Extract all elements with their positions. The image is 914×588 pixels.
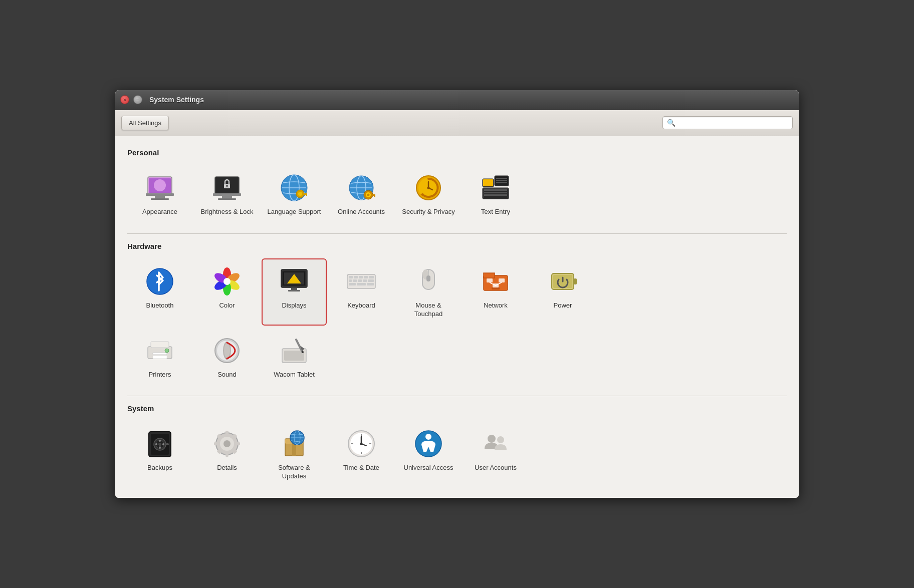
svg-point-32	[427, 186, 430, 189]
svg-rect-69	[353, 279, 357, 282]
user-accounts-label: User Accounts	[475, 464, 517, 472]
details-item[interactable]: Details	[194, 421, 260, 488]
power-label: Power	[554, 302, 572, 310]
svg-rect-37	[496, 178, 507, 179]
color-item[interactable]: Color	[194, 258, 260, 326]
svg-rect-43	[484, 192, 507, 193]
online-accounts-item[interactable]: Online Accounts	[329, 165, 394, 223]
network-icon	[480, 265, 512, 298]
all-settings-button[interactable]: All Settings	[121, 116, 169, 130]
svg-rect-92	[151, 342, 169, 348]
search-input[interactable]	[678, 119, 788, 127]
printers-item[interactable]: Printers	[127, 328, 192, 386]
svg-rect-64	[354, 276, 358, 278]
bluetooth-icon	[144, 265, 176, 298]
svg-rect-65	[359, 276, 363, 278]
security-privacy-item[interactable]: Security & Privacy	[396, 165, 461, 223]
hardware-icons-grid-2: Printers	[127, 328, 787, 386]
svg-point-53	[223, 278, 231, 285]
wacom-tablet-item[interactable]: Wacom Tablet	[262, 328, 327, 386]
svg-point-109	[159, 440, 161, 442]
svg-rect-94	[153, 356, 167, 359]
svg-rect-74	[357, 283, 366, 285]
brightness-lock-item[interactable]: Brightness & Lock	[194, 165, 260, 223]
printers-label: Printers	[149, 371, 171, 379]
svg-rect-18	[306, 193, 307, 196]
svg-rect-121	[214, 442, 219, 445]
svg-point-118	[223, 440, 231, 447]
svg-point-24	[367, 193, 370, 196]
svg-rect-70	[358, 279, 362, 282]
svg-rect-72	[368, 279, 374, 282]
sound-icon	[211, 335, 243, 367]
svg-rect-75	[367, 283, 374, 285]
power-item[interactable]: Power	[530, 258, 595, 326]
user-accounts-icon	[480, 428, 512, 460]
svg-rect-9	[218, 198, 236, 200]
svg-rect-7	[213, 193, 241, 196]
mouse-touchpad-label: Mouse & Touchpad	[401, 302, 456, 319]
sound-item[interactable]: Sound	[194, 328, 260, 386]
security-privacy-label: Security & Privacy	[402, 208, 454, 216]
system-section-title: System	[127, 404, 787, 413]
titlebar: ✕ − System Settings	[115, 90, 799, 110]
svg-rect-82	[487, 278, 493, 282]
svg-rect-87	[492, 287, 500, 289]
svg-rect-34	[483, 179, 493, 186]
system-settings-window: ✕ − System Settings All Settings 🔍 Perso…	[115, 90, 799, 498]
svg-rect-89	[574, 278, 577, 284]
time-date-item[interactable]: Time & Date	[329, 421, 394, 488]
displays-item[interactable]: Displays	[262, 258, 327, 326]
close-button[interactable]: ✕	[120, 95, 129, 104]
svg-point-110	[162, 443, 164, 445]
svg-rect-67	[369, 276, 374, 278]
time-date-icon	[345, 428, 377, 460]
online-accounts-icon	[345, 172, 377, 204]
toolbar: All Settings 🔍	[115, 110, 799, 136]
system-icons-grid: Backups	[127, 421, 787, 488]
personal-icons-grid: Appearance	[127, 165, 787, 223]
user-accounts-item[interactable]: User Accounts	[463, 421, 528, 488]
svg-rect-73	[349, 283, 356, 285]
svg-rect-8	[222, 196, 232, 198]
universal-access-label: Universal Access	[404, 464, 453, 472]
search-icon: 🔍	[667, 119, 675, 127]
bluetooth-item[interactable]: Bluetooth	[127, 258, 192, 326]
time-date-label: Time & Date	[343, 464, 379, 472]
svg-rect-38	[496, 180, 507, 181]
svg-point-111	[159, 447, 161, 449]
text-entry-item[interactable]: Text Entry	[463, 165, 528, 223]
color-icon	[211, 265, 243, 298]
svg-point-104	[302, 351, 304, 353]
svg-rect-83	[499, 278, 505, 282]
universal-access-item[interactable]: Universal Access	[396, 421, 461, 488]
backups-item[interactable]: Backups	[127, 421, 192, 488]
security-privacy-icon	[412, 172, 444, 204]
minimize-button[interactable]: −	[133, 95, 142, 104]
hardware-divider	[127, 233, 787, 234]
software-updates-item[interactable]: Software & Updates	[262, 421, 327, 488]
svg-point-145	[497, 436, 504, 443]
network-item[interactable]: Network	[463, 258, 528, 326]
svg-rect-42	[484, 189, 507, 191]
appearance-icon	[144, 172, 176, 204]
svg-point-144	[488, 435, 496, 443]
keyboard-item[interactable]: Keyboard	[329, 258, 394, 326]
svg-point-99	[224, 344, 230, 358]
svg-rect-113	[166, 443, 169, 445]
appearance-item[interactable]: Appearance	[127, 165, 192, 223]
details-icon	[211, 428, 243, 460]
brightness-lock-label: Brightness & Lock	[201, 208, 254, 216]
online-accounts-label: Online Accounts	[338, 208, 385, 216]
language-support-icon	[278, 172, 310, 204]
network-label: Network	[484, 302, 508, 310]
language-support-item[interactable]: Language Support	[262, 165, 327, 223]
personal-section: Personal Appearance	[127, 148, 787, 223]
brightness-lock-icon	[211, 172, 243, 204]
software-updates-label: Software & Updates	[267, 464, 322, 481]
mouse-touchpad-item[interactable]: Mouse & Touchpad	[396, 258, 461, 326]
svg-point-11	[226, 185, 228, 187]
svg-point-141	[360, 443, 363, 445]
power-icon	[547, 265, 579, 298]
svg-rect-63	[349, 276, 353, 278]
